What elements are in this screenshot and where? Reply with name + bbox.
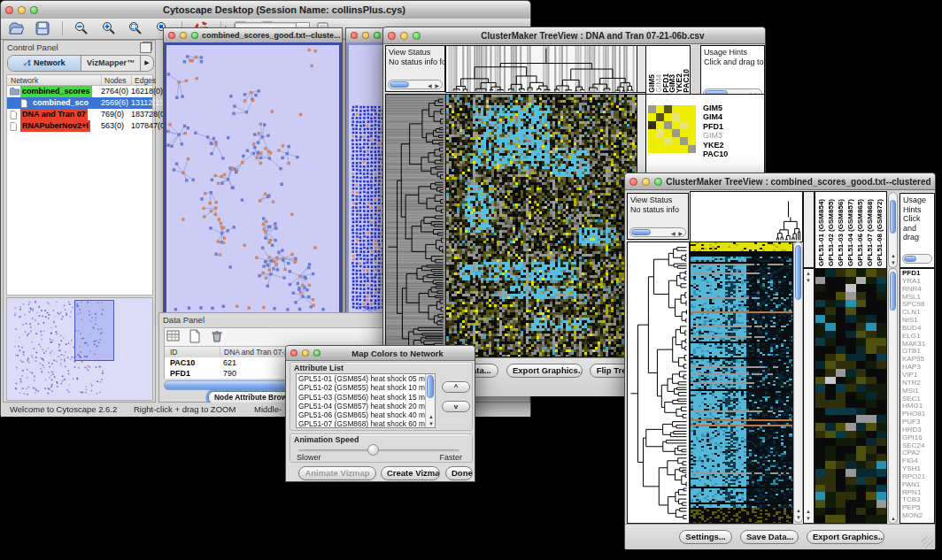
done-button[interactable]: Done [445,466,473,480]
zoom-window-icon[interactable] [313,349,320,357]
zoom-down[interactable]: ▼ [806,278,812,283]
attribute-item[interactable]: GPL51-07 (GSM868) heat shock 60 min [297,419,435,428]
vscroll-up[interactable]: ▲ [891,253,897,258]
hscroll-arrows[interactable]: ◀ ▶ [428,82,440,88]
attribute-item[interactable]: GPL51-01 (GSM854) heat shock 05 min [297,374,435,383]
vscroll-down[interactable]: ▲ [891,516,897,521]
minimize-icon[interactable] [180,32,187,39]
network-nodes: 769(0) [101,109,124,120]
network-canvas-2[interactable] [351,104,386,313]
hscroll-thumb[interactable] [904,256,916,262]
zoom-out-icon[interactable] [73,20,89,36]
close-icon[interactable] [629,178,637,186]
close-icon[interactable] [351,32,358,39]
attribute-item[interactable]: GPL51-02 (GSM855) heat shock 10 min [297,383,435,392]
zoom-window-icon[interactable] [413,32,421,40]
minimize-icon[interactable] [642,178,650,186]
zoom-window-icon[interactable] [191,32,198,39]
hscroll-thumb[interactable] [390,81,409,88]
vscroll-down[interactable]: ▼ [796,515,802,520]
treeview1-title-bar[interactable]: ClusterMaker TreeView : DNA and Tran 07-… [383,27,765,44]
resize-grip[interactable] [922,536,933,548]
tv1-row-dendrogram[interactable] [385,94,446,357]
hscroll-thumb[interactable] [631,229,651,235]
tv2-column-dendrogram[interactable] [690,191,803,242]
vscroll-up[interactable]: ▲ [796,508,802,513]
close-icon[interactable] [168,32,175,39]
network-list-row[interactable]: DNA and Tran 07769(0)183728(0) [7,109,152,120]
network-canvas[interactable] [166,45,339,318]
network-view-title-bar[interactable]: combined_scores_good.txt--cluste... [164,28,342,43]
vscroll-down[interactable]: ▼ [891,260,897,265]
treeview2-title-bar[interactable]: ClusterMaker TreeView : combined_scores_… [625,173,935,190]
attr-vscrollbar[interactable]: ▲ ▼ [425,374,435,427]
float-panel-icon[interactable] [140,42,151,53]
zoom-window-icon[interactable] [374,32,381,39]
animate-vizmap-button[interactable]: Animate Vizmap [298,466,376,480]
vscroll-thumb[interactable] [890,200,896,234]
vscroll-down[interactable]: ▼ [429,421,435,426]
zoom-in-icon[interactable] [101,20,117,36]
zoom-down2[interactable]: ▼ [806,516,812,521]
tv2-heatmap-vscrollbar[interactable]: ▲ ▼ [793,242,803,523]
network-overview-canvas[interactable] [7,298,152,400]
close-icon[interactable] [388,32,396,40]
tv2-genes-vscrollbar[interactable]: ▲ [888,268,898,524]
vscroll-thumb[interactable] [427,375,434,398]
minimize-icon[interactable] [400,32,408,40]
network-list-row[interactable]: combined_sco2569(6)13112(15) [7,97,152,109]
save-session-icon[interactable] [35,20,50,36]
zoom-up[interactable]: ▲ [806,271,812,276]
delete-attribute-icon[interactable] [210,329,224,343]
attribute-table-icon[interactable] [166,329,181,343]
export-graphics-button[interactable]: Export Graphics... [807,530,884,544]
tv2-labels-vscrollbar[interactable]: ▲ ▼ [888,192,898,268]
minimize-icon[interactable] [302,349,309,357]
settings-button[interactable]: Settings... [679,530,732,544]
speed-slider-thumb[interactable] [367,444,379,456]
open-file-icon[interactable] [8,20,24,36]
dialog-title-bar[interactable]: Map Colors to Network [286,346,475,361]
save-data-button[interactable]: Save Data... [740,530,799,544]
create-vizmap-button[interactable]: Create Vizmap [381,466,440,480]
tv2-row-dendrogram[interactable] [627,242,690,524]
tv1-column-dendrogram[interactable] [445,45,637,93]
tv2-global-heatmap[interactable] [690,242,793,524]
network-edges: 16218(0) [131,86,163,97]
speed-slider-track[interactable] [298,449,459,452]
tab-overflow-button[interactable]: ▶ [141,56,153,71]
attribute-listbox[interactable]: GPL51-01 (GSM854) heat shock 05 minGPL51… [296,373,436,428]
attribute-item[interactable]: GPL51-04 (GSM857) heat shock 20 min [297,402,435,410]
network-list-row[interactable]: combined_scores2764(0)16218(0) [7,86,152,97]
zoom-selected-region-icon[interactable] [127,20,143,36]
network-view-window-2 [345,27,388,322]
zoom-window-icon[interactable] [654,178,662,186]
main-title-bar[interactable]: Cytoscape Desktop (Session Name: collins… [1,1,530,19]
move-down-button[interactable]: v [442,401,470,412]
network-list-row[interactable]: RNAPuberNov2+I563(0)107847(0) [7,120,152,132]
export-graphics-button[interactable]: Export Graphics... [506,364,583,378]
gene-label: PAC10 [703,150,728,158]
zoom-window-icon[interactable] [30,6,38,14]
zoom-up2[interactable]: ▲ [806,509,812,514]
tab-network[interactable]: Network [8,56,81,71]
move-up-button[interactable]: ^ [442,381,470,393]
network-view-2-title-bar[interactable] [346,28,387,43]
window-title: Cytoscape Desktop (Session Name: collins… [38,4,530,15]
tab-vizmapper[interactable]: VizMapper™ [81,56,141,71]
attribute-item[interactable]: GPL51-06 (GSM865) heat shock 40 min [297,410,435,419]
vscroll-up[interactable]: ▲ [429,414,435,419]
tv2-zoom-heatmap[interactable] [815,268,887,524]
new-attribute-icon[interactable] [188,329,202,343]
attribute-item[interactable]: GPL51-03 (GSM856) heat shock 15 min [297,393,435,402]
vscroll-thumb[interactable] [890,272,896,311]
tv1-zoom-heatmap[interactable] [648,105,696,153]
hscroll-arrows[interactable]: ◀ ▶ [671,230,683,236]
network-overview-panel[interactable] [6,297,153,401]
minimize-icon[interactable] [18,6,26,14]
close-icon[interactable] [5,6,13,14]
minimize-icon[interactable] [362,32,369,39]
tv1-global-heatmap[interactable] [445,94,637,357]
close-icon[interactable] [290,349,297,357]
vscroll-thumb[interactable] [795,245,801,300]
